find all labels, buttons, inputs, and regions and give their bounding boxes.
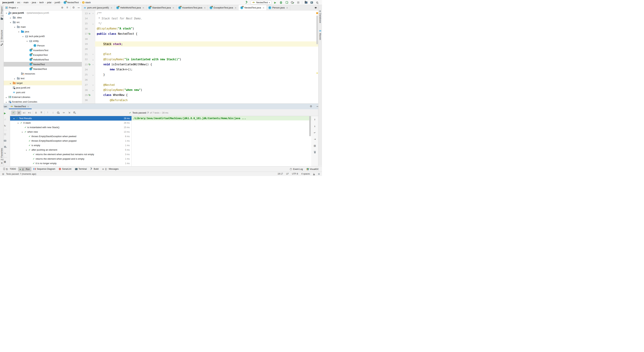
- editor-scrollbar[interactable]: [316, 16, 318, 44]
- tree-toggle[interactable]: [21, 131, 24, 133]
- scroll-to-end-button[interactable]: [312, 137, 317, 141]
- code-line[interactable]: 16@DisplayName("A stack"): [82, 26, 318, 31]
- tree-row[interactable]: resources: [4, 71, 82, 76]
- search-everywhere-button[interactable]: [316, 1, 320, 5]
- tool-window-switcher-icon[interactable]: [2, 173, 4, 175]
- editor-tab[interactable]: pom.xml (java-junit5): [82, 5, 114, 10]
- tree-row[interactable]: NestedTest: [4, 62, 82, 67]
- breadcrumb-item[interactable]: tech: [39, 1, 44, 4]
- fold-marker[interactable]: [92, 58, 94, 61]
- fold-marker[interactable]: [92, 73, 94, 76]
- fold-marker[interactable]: [92, 83, 94, 87]
- status-message[interactable]: Tests passed: 7 (moments ago): [6, 173, 36, 175]
- inspection-marker[interactable]: [316, 12, 318, 14]
- file-encoding-widget[interactable]: UTF-8: [292, 173, 298, 175]
- tree-row[interactable]: test: [4, 76, 82, 81]
- test-result-row[interactable]: throws EmptyStackException when peeked6 …: [10, 134, 132, 139]
- code-line[interactable]: 14 * Stack test for Nest Demo.: [82, 16, 318, 21]
- fold-marker[interactable]: [92, 63, 94, 66]
- breadcrumb-item[interactable]: src: [16, 1, 21, 4]
- editor-tab[interactable]: HelloWorldTest.java: [114, 5, 146, 10]
- project-panel-title[interactable]: Project: [9, 6, 16, 9]
- tree-toggle[interactable]: [9, 82, 12, 84]
- show-passed-button[interactable]: [11, 111, 16, 115]
- run-configuration-select[interactable]: NestedTest: [250, 0, 272, 5]
- tree-row[interactable]: ExceptionTest: [4, 53, 82, 57]
- code-line[interactable]: 24 new Stack<>();: [82, 67, 318, 72]
- highlighting-indicator[interactable]: [318, 173, 320, 175]
- run-test-gutter-button[interactable]: [88, 32, 92, 36]
- tree-toggle[interactable]: [5, 11, 8, 14]
- tool-strip-button-database[interactable]: Database: [319, 11, 322, 23]
- tree-toggle[interactable]: [9, 16, 12, 19]
- tree-row[interactable]: java-junit5.iml: [4, 85, 82, 90]
- tree-toggle[interactable]: [17, 122, 20, 124]
- toolwindow-button-sonarlint[interactable]: SonarLint: [58, 167, 73, 171]
- console-scrollbar[interactable]: [309, 116, 311, 136]
- debug-button[interactable]: [279, 1, 283, 5]
- soft-wrap-button[interactable]: [312, 131, 317, 135]
- coverage-button[interactable]: [285, 1, 289, 5]
- editor-tab[interactable]: Person.java: [266, 5, 290, 10]
- collapse-all-button[interactable]: [39, 111, 44, 115]
- tree-row[interactable]: StandardTest: [4, 67, 82, 71]
- console-command-line[interactable]: /Library/Java/JavaVirtualMachines/jdk1.8…: [132, 116, 311, 120]
- tool-strip-button-maven[interactable]: Maven: [319, 30, 322, 40]
- code-line[interactable]: 22 @DisplayName("is instantiated with ne…: [82, 57, 318, 62]
- breadcrumb-item[interactable]: main: [23, 1, 29, 4]
- project-settings-button[interactable]: [72, 6, 76, 10]
- test-result-row[interactable]: is instantiated with new Stack()15 ms: [10, 125, 132, 130]
- test-result-row[interactable]: A stack28 ms: [10, 121, 132, 125]
- breadcrumb-item[interactable]: java-junit5: [2, 1, 14, 4]
- test-settings-button[interactable]: [72, 111, 77, 115]
- tree-toggle[interactable]: [5, 100, 8, 103]
- export-test-results-button[interactable]: [67, 111, 72, 115]
- tree-row[interactable]: tech.pdai.junit5: [4, 34, 82, 39]
- tree-row[interactable]: External Libraries: [4, 95, 82, 99]
- scroll-down-button[interactable]: [312, 124, 317, 128]
- tool-strip-button-7-structure[interactable]: 7: Structure: [0, 30, 3, 46]
- fold-marker[interactable]: [92, 53, 94, 56]
- chevron-down-icon[interactable]: [17, 7, 18, 9]
- close-icon[interactable]: [286, 7, 288, 9]
- code-line[interactable]: 21 @Test: [82, 52, 318, 57]
- tree-row[interactable]: Person: [4, 43, 82, 48]
- test-result-row[interactable]: it is no longer empty1 ms: [10, 161, 132, 166]
- expand-all-button[interactable]: [34, 111, 38, 115]
- collapse-all-button[interactable]: [65, 6, 69, 10]
- run-content-tab[interactable]: NestedTest: [10, 104, 30, 109]
- tree-row[interactable]: entity: [4, 39, 82, 43]
- tree-row[interactable]: .idea: [4, 15, 82, 20]
- breadcrumb-item[interactable]: pdai: [46, 1, 52, 4]
- code-line[interactable]: 26: [82, 77, 318, 82]
- editor-tab[interactable]: StandardTest.java: [146, 5, 176, 10]
- tree-row[interactable]: src: [4, 20, 82, 25]
- code-line[interactable]: 30 @BeforeEach: [82, 98, 318, 103]
- toolwindow-button-sequence-diagram[interactable]: Sequence Diagram: [32, 167, 57, 171]
- write-access-toggle[interactable]: [313, 173, 315, 175]
- breadcrumb-item[interactable]: java: [31, 1, 37, 4]
- test-result-row[interactable]: Test Results28 ms: [10, 116, 132, 121]
- tool-strip-button-1-project[interactable]: 1: Project: [0, 7, 3, 20]
- run-test-gutter-button[interactable]: [88, 63, 92, 66]
- sort-alphabetically-button[interactable]: [22, 111, 26, 115]
- close-icon[interactable]: [204, 7, 206, 9]
- indent-style-widget[interactable]: 4 spaces: [301, 173, 310, 175]
- code-line[interactable]: 28 @DisplayName("when new"): [82, 88, 318, 93]
- code-line[interactable]: 19 Stack stack;: [82, 41, 318, 47]
- test-result-row[interactable]: returns the element when popped and is e…: [10, 157, 132, 161]
- tree-toggle[interactable]: [22, 35, 24, 38]
- breadcrumb-item[interactable]: NestedTest: [63, 1, 79, 4]
- tree-toggle[interactable]: [26, 40, 28, 42]
- cursor-position-widget[interactable]: 19:17: [278, 173, 283, 175]
- test-result-row[interactable]: when new13 ms: [10, 130, 132, 134]
- tree-row[interactable]: java-junit5~/pdai/www/java-junit5: [4, 11, 82, 15]
- run-anything-button[interactable]: [310, 1, 314, 5]
- code-line[interactable]: 20: [82, 47, 318, 52]
- close-icon[interactable]: [262, 7, 264, 9]
- toolwindow-button-event-log[interactable]: Event Log: [288, 167, 304, 171]
- code-editor[interactable]: 13/**14 * Stack test for Nest Demo.15 */…: [82, 11, 318, 104]
- breadcrumb-item[interactable]: junit5: [54, 1, 61, 4]
- tree-toggle[interactable]: [18, 30, 20, 33]
- fold-marker[interactable]: [92, 12, 94, 15]
